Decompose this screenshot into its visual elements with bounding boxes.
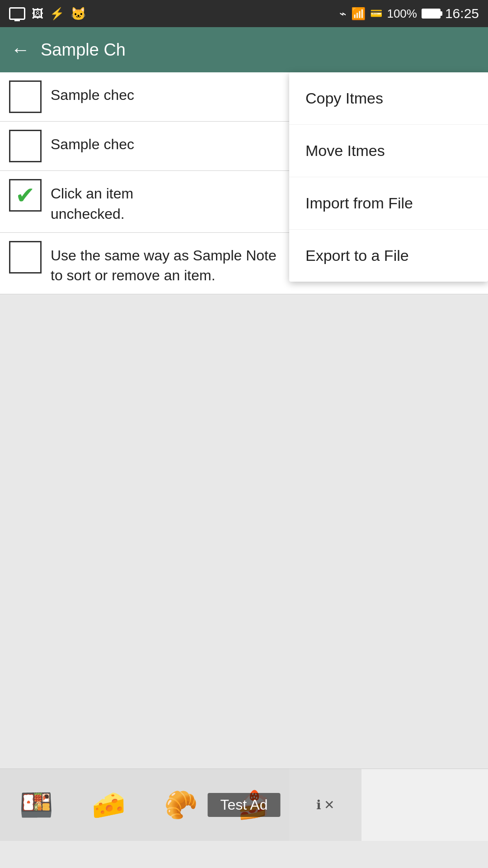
checkbox-1[interactable]	[9, 80, 42, 113]
battery-icon	[422, 9, 441, 19]
ad-close-button[interactable]: ✕	[324, 797, 334, 812]
status-bar-right: ⌁ 📶 💳 100% 16:25	[339, 6, 479, 21]
screen-icon	[9, 7, 25, 20]
ad-banner: 🍱 🧀 🥐 🍰 ℹ ✕ Test Ad	[0, 769, 488, 841]
sd-icon: 💳	[370, 8, 382, 19]
menu-item-copy[interactable]: Copy Itmes	[289, 72, 488, 125]
menu-item-move[interactable]: Move Itmes	[289, 125, 488, 177]
battery-percent: 100%	[387, 7, 417, 21]
ad-brand-info[interactable]: ℹ ✕	[289, 769, 361, 841]
menu-item-import[interactable]: Import from File	[289, 177, 488, 230]
battery-charging-icon: ⚡	[50, 7, 64, 21]
photo-icon: 🖼	[32, 7, 43, 21]
page-title: Sample Ch	[41, 40, 126, 60]
ad-thumb-3: 🥐	[145, 769, 217, 841]
status-bar-left: 🖼 ⚡ 🐱	[9, 6, 86, 21]
ad-info-icon: ℹ	[316, 797, 321, 812]
bluetooth-icon: ⌁	[339, 7, 347, 21]
app-bar: ← Sample Ch	[0, 27, 488, 72]
status-bar: 🖼 ⚡ 🐱 ⌁ 📶 💳 100% 16:25	[0, 0, 488, 27]
content-area: Sample chec Sample chec ✔ Click an itemu…	[0, 72, 488, 841]
wifi-icon: 📶	[351, 7, 366, 21]
ad-thumb-2: 🧀	[72, 769, 145, 841]
ad-label: Test Ad	[208, 793, 281, 817]
time-display: 16:25	[445, 6, 479, 21]
back-button[interactable]: ←	[11, 39, 30, 61]
checkbox-3[interactable]: ✔	[9, 179, 42, 212]
cat-icon: 🐱	[70, 6, 86, 21]
checkmark-icon: ✔	[15, 184, 35, 207]
checkbox-2[interactable]	[9, 130, 42, 162]
menu-item-export[interactable]: Export to a File	[289, 230, 488, 282]
ad-thumb-1: 🍱	[0, 769, 72, 841]
checkbox-4[interactable]	[9, 241, 42, 274]
context-menu: Copy Itmes Move Itmes Import from File E…	[289, 72, 488, 282]
